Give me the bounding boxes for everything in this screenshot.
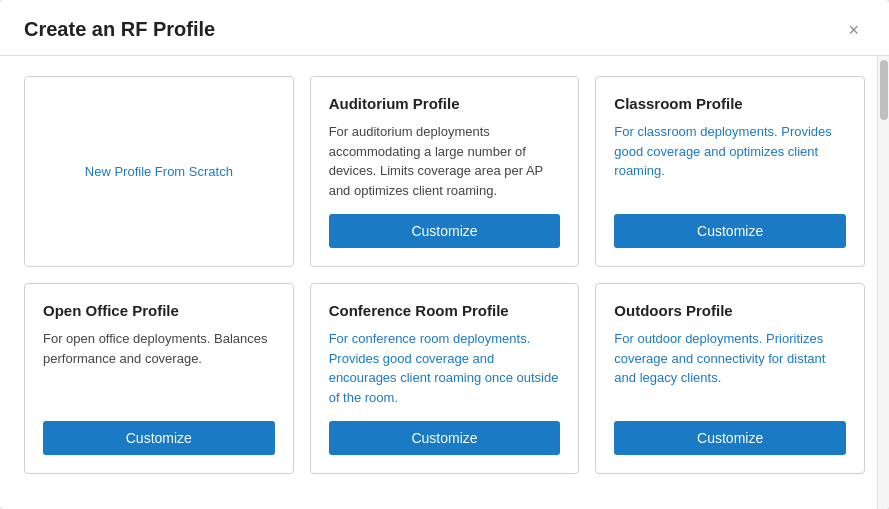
modal-header: Create an RF Profile × — [0, 0, 889, 56]
scrollbar-thumb — [880, 60, 888, 120]
open-office-customize-button[interactable]: Customize — [43, 421, 275, 455]
card-auditorium: Auditorium Profile For auditorium deploy… — [310, 76, 580, 267]
scrollbar-track[interactable] — [877, 56, 889, 509]
create-rf-profile-modal: Create an RF Profile × New Profile From … — [0, 0, 889, 509]
card-conference-desc: For conference room deployments. Provide… — [329, 329, 561, 407]
card-conference-title: Conference Room Profile — [329, 302, 561, 319]
auditorium-customize-button[interactable]: Customize — [329, 214, 561, 248]
modal-body: New Profile From Scratch Auditorium Prof… — [0, 56, 889, 494]
card-outdoors: Outdoors Profile For outdoor deployments… — [595, 283, 865, 474]
conference-customize-button[interactable]: Customize — [329, 421, 561, 455]
card-classroom-title: Classroom Profile — [614, 95, 846, 112]
close-button[interactable]: × — [842, 19, 865, 41]
cards-grid: New Profile From Scratch Auditorium Prof… — [24, 76, 865, 474]
card-outdoors-desc: For outdoor deployments. Prioritizes cov… — [614, 329, 846, 407]
card-open-office-desc: For open office deployments. Balances pe… — [43, 329, 275, 407]
new-profile-from-scratch-link[interactable]: New Profile From Scratch — [85, 164, 233, 179]
card-auditorium-desc: For auditorium deployments accommodating… — [329, 122, 561, 200]
card-classroom: Classroom Profile For classroom deployme… — [595, 76, 865, 267]
modal-title: Create an RF Profile — [24, 18, 215, 41]
card-classroom-desc: For classroom deployments. Provides good… — [614, 122, 846, 200]
outdoors-customize-button[interactable]: Customize — [614, 421, 846, 455]
card-conference: Conference Room Profile For conference r… — [310, 283, 580, 474]
card-outdoors-title: Outdoors Profile — [614, 302, 846, 319]
card-scratch: New Profile From Scratch — [24, 76, 294, 267]
classroom-customize-button[interactable]: Customize — [614, 214, 846, 248]
card-open-office-title: Open Office Profile — [43, 302, 275, 319]
card-open-office: Open Office Profile For open office depl… — [24, 283, 294, 474]
card-auditorium-title: Auditorium Profile — [329, 95, 561, 112]
